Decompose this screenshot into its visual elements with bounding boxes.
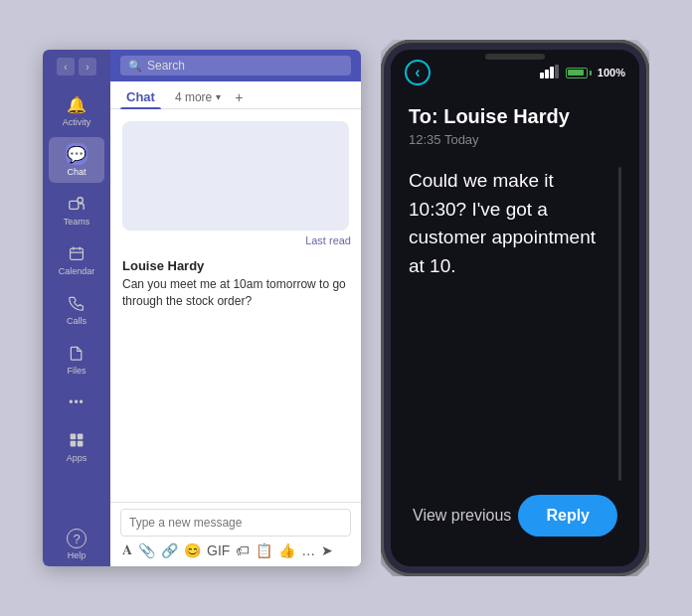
phone-notch [485, 54, 545, 60]
nav-back[interactable]: ‹ [57, 58, 75, 76]
svg-rect-3 [71, 434, 77, 440]
link-icon[interactable]: 🔗 [161, 542, 178, 558]
chat-message: Louise Hardy Can you meet me at 10am tom… [110, 250, 361, 318]
sidebar-item-help[interactable]: ? Help [49, 523, 104, 566]
toolbar-icons: 𝐀 📎 🔗 😊 GIF 🏷 📋 👍 … ➤ [120, 537, 351, 560]
sidebar-item-calendar[interactable]: Calendar [49, 236, 104, 282]
chat-area: Last read Louise Hardy Can you meet me a… [110, 109, 361, 502]
back-button[interactable]: ‹ [405, 60, 431, 85]
svg-rect-5 [71, 441, 77, 447]
tab-more-chevron: ▾ [216, 91, 221, 102]
message-input-area: 𝐀 📎 🔗 😊 GIF 🏷 📋 👍 … ➤ [110, 502, 361, 566]
tab-add-button[interactable]: + [235, 89, 243, 105]
sidebar-item-files[interactable]: Files [49, 336, 104, 382]
sidebar-label-calendar: Calendar [59, 266, 95, 276]
phone-to-line: To: Louise Hardy [409, 105, 621, 128]
svg-rect-8 [545, 70, 549, 78]
like-icon[interactable]: 👍 [278, 542, 295, 558]
back-icon: ‹ [415, 64, 420, 81]
tab-more[interactable]: 4 more ▾ [169, 86, 227, 108]
svg-rect-4 [78, 434, 84, 440]
phone-time: 12:35 Today [409, 132, 621, 147]
chat-sender: Louise Hardy [122, 258, 349, 273]
sidebar-item-activity[interactable]: 🔔 Activity [49, 87, 104, 133]
svg-rect-6 [78, 441, 84, 447]
gif-icon[interactable]: GIF [207, 542, 230, 558]
reply-button[interactable]: Reply [518, 495, 617, 537]
svg-rect-10 [555, 65, 559, 78]
sidebar-label-apps: Apps [67, 453, 87, 463]
scene: ‹ › 🔔 Activity 💬 Chat Teams [43, 40, 649, 576]
sidebar-item-teams[interactable]: Teams [49, 187, 104, 232]
emoji-icon[interactable]: 😊 [184, 542, 201, 558]
message-input[interactable] [120, 509, 351, 537]
phone-inner: ‹ [391, 50, 639, 566]
search-icon: 🔍 [128, 60, 142, 73]
phone-message-text: Could we make it 10:30? I've got a custo… [409, 167, 621, 280]
sidebar-item-more[interactable]: ••• [49, 385, 104, 419]
teams-main: 🔍 Search Chat 4 more ▾ + [110, 50, 361, 566]
schedule-icon[interactable]: 📋 [256, 542, 272, 558]
svg-rect-9 [550, 67, 554, 78]
sidebar-label-activity: Activity [63, 117, 91, 127]
phone-device: ‹ [381, 40, 649, 576]
phone-actions: View previous Reply [409, 481, 621, 550]
calendar-icon [66, 242, 87, 264]
nav-forward[interactable]: › [79, 58, 96, 76]
sidebar-item-calls[interactable]: Calls [49, 286, 104, 332]
scroll-indicator [618, 167, 621, 481]
tab-chat[interactable]: Chat [120, 85, 161, 108]
chat-icon: 💬 [66, 143, 87, 165]
battery-icon [566, 68, 592, 78]
format-icon[interactable]: 𝐀 [122, 541, 132, 558]
sidebar-label-files: Files [67, 366, 86, 376]
sidebar-label-chat: Chat [67, 167, 86, 177]
teams-header: 🔍 Search [110, 50, 361, 81]
sticker-icon[interactable]: 🏷 [236, 542, 250, 558]
status-right: 100% [540, 65, 625, 81]
sidebar-label-teams: Teams [64, 217, 90, 227]
nav-arrows: ‹ › [57, 58, 96, 76]
calls-icon [66, 292, 87, 314]
message-bubble [122, 121, 349, 231]
phone-message-area: Could we make it 10:30? I've got a custo… [409, 167, 621, 481]
svg-rect-2 [71, 248, 84, 259]
activity-icon: 🔔 [66, 93, 87, 115]
svg-rect-0 [70, 201, 79, 209]
attach-icon[interactable]: 📎 [138, 542, 155, 558]
phone-content: To: Louise Hardy 12:35 Today Could we ma… [391, 89, 639, 566]
sidebar-item-apps[interactable]: Apps [49, 423, 104, 469]
help-icon: ? [67, 529, 86, 548]
last-read-bar: Last read [110, 231, 361, 250]
more-icon: ••• [66, 391, 87, 413]
teams-sidebar: ‹ › 🔔 Activity 💬 Chat Teams [43, 50, 110, 566]
view-previous-button[interactable]: View previous [413, 507, 511, 525]
signal-icon [540, 65, 560, 81]
chat-text: Can you meet me at 10am tomorrow to go t… [122, 276, 349, 310]
battery-percent: 100% [598, 67, 625, 78]
files-icon [66, 342, 87, 364]
chat-tabs: Chat 4 more ▾ + [110, 81, 361, 109]
more-tools-icon[interactable]: … [301, 542, 315, 558]
svg-point-1 [78, 198, 83, 203]
teams-icon [66, 193, 87, 215]
svg-rect-7 [540, 73, 544, 78]
sidebar-label-calls: Calls [67, 316, 86, 326]
apps-icon [66, 429, 87, 451]
teams-window: ‹ › 🔔 Activity 💬 Chat Teams [43, 50, 361, 566]
sidebar-label-help: Help [68, 550, 86, 560]
search-placeholder: Search [147, 59, 185, 73]
sidebar-item-chat[interactable]: 💬 Chat [49, 137, 104, 183]
send-icon[interactable]: ➤ [321, 542, 333, 558]
last-read-text: Last read [305, 234, 351, 246]
search-bar[interactable]: 🔍 Search [120, 56, 351, 76]
